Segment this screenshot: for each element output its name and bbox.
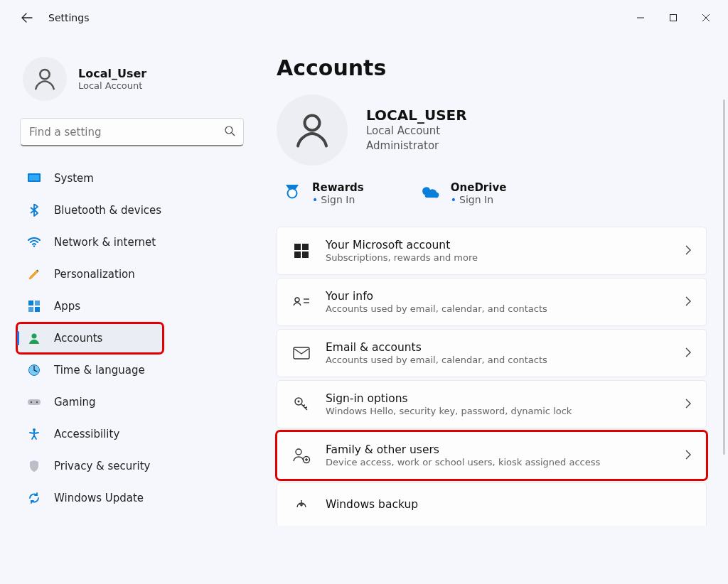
card-subtitle: Windows Hello, security key, password, d…	[326, 406, 670, 416]
svg-rect-1	[670, 15, 677, 21]
settings-cards: Your Microsoft account Subscriptions, re…	[277, 227, 707, 526]
card-signin-options[interactable]: Sign-in options Windows Hello, security …	[277, 380, 707, 428]
close-button[interactable]	[690, 6, 722, 29]
onedrive-action: •Sign In	[451, 194, 507, 205]
sidebar-item-label: Windows Update	[54, 492, 144, 504]
card-subtitle: Device access, work or school users, kio…	[326, 457, 670, 467]
sidebar-item-label: Bluetooth & devices	[54, 204, 161, 217]
svg-rect-10	[28, 307, 33, 312]
card-microsoft-account[interactable]: Your Microsoft account Subscriptions, re…	[277, 227, 707, 275]
status-row: Rewards •Sign In OneDrive •Sign In	[277, 181, 707, 205]
svg-rect-14	[28, 399, 41, 405]
card-title: Windows backup	[326, 498, 692, 511]
svg-rect-23	[302, 252, 309, 258]
card-title: Email & accounts	[326, 341, 670, 354]
wifi-icon	[27, 235, 41, 249]
card-title: Family & other users	[326, 443, 670, 456]
svg-point-12	[32, 334, 37, 339]
profile-block[interactable]: Local_User Local Account	[14, 57, 252, 101]
contact-card-icon	[291, 292, 311, 312]
card-windows-backup[interactable]: Windows backup	[277, 482, 707, 526]
sidebar-item-bluetooth[interactable]: Bluetooth & devices	[17, 195, 245, 225]
card-family-other-users[interactable]: Family & other users Device access, work…	[277, 431, 707, 480]
globe-clock-icon	[27, 363, 41, 377]
chevron-right-icon	[685, 296, 692, 309]
svg-rect-20	[294, 244, 301, 250]
sidebar-item-gaming[interactable]: Gaming	[17, 387, 245, 417]
rewards-action: •Sign In	[312, 194, 364, 205]
search-input[interactable]	[20, 118, 244, 146]
rewards-title: Rewards	[312, 181, 364, 194]
profile-name: Local_User	[78, 67, 146, 80]
sidebar-item-label: Accounts	[54, 332, 102, 345]
user-name: LOCAL_USER	[366, 107, 467, 124]
svg-point-24	[295, 298, 299, 302]
sidebar-item-update[interactable]: Windows Update	[17, 483, 245, 513]
avatar	[23, 57, 67, 101]
accessibility-icon	[27, 427, 41, 441]
sidebar-item-privacy[interactable]: Privacy & security	[17, 451, 245, 481]
rewards-icon	[282, 181, 302, 201]
bluetooth-icon	[27, 203, 41, 217]
person-icon	[31, 65, 58, 92]
sidebar-item-time[interactable]: Time & language	[17, 355, 245, 385]
user-role: Administrator	[366, 139, 467, 153]
chevron-right-icon	[685, 347, 692, 360]
card-title: Sign-in options	[326, 392, 670, 405]
chevron-right-icon	[685, 244, 692, 258]
svg-point-2	[40, 70, 49, 79]
key-icon	[291, 394, 311, 414]
paintbrush-icon	[27, 267, 41, 281]
mail-icon	[291, 343, 311, 363]
window-controls	[624, 6, 722, 29]
maximize-button[interactable]	[657, 6, 690, 29]
sidebar-item-label: Accessibility	[54, 428, 119, 440]
avatar-large	[277, 94, 348, 166]
card-email-accounts[interactable]: Email & accounts Accounts used by email,…	[277, 329, 707, 377]
sidebar-item-network[interactable]: Network & internet	[17, 227, 245, 257]
arrow-left-icon	[21, 12, 33, 23]
card-your-info[interactable]: Your info Accounts used by email, calend…	[277, 278, 707, 326]
sidebar-item-system[interactable]: System	[17, 163, 245, 193]
scrollbar-thumb[interactable]	[723, 99, 725, 455]
sidebar-item-label: Time & language	[54, 364, 145, 377]
svg-rect-6	[29, 175, 39, 180]
apps-icon	[27, 299, 41, 313]
onedrive-title: OneDrive	[451, 181, 507, 194]
svg-point-29	[298, 401, 300, 403]
back-button[interactable]	[16, 6, 38, 29]
gamepad-icon	[27, 395, 41, 409]
svg-point-30	[296, 449, 301, 455]
sidebar-item-label: Gaming	[54, 396, 96, 409]
sidebar-item-personalization[interactable]: Personalization	[17, 259, 245, 289]
chevron-right-icon	[685, 449, 692, 463]
microsoft-icon	[291, 241, 311, 261]
chevron-right-icon	[685, 398, 692, 411]
svg-rect-8	[28, 301, 33, 305]
sidebar-item-label: Apps	[54, 300, 80, 313]
sidebar-item-label: Network & internet	[54, 236, 156, 249]
sidebar-item-apps[interactable]: Apps	[17, 291, 245, 321]
svg-point-7	[33, 245, 36, 247]
user-account-type: Local Account	[366, 124, 467, 139]
minimize-button[interactable]	[624, 6, 657, 29]
svg-rect-11	[35, 307, 40, 312]
search-icon	[224, 125, 235, 139]
sidebar-item-accounts[interactable]: Accounts	[17, 323, 163, 353]
sidebar-item-label: Personalization	[54, 268, 135, 281]
card-title: Your info	[326, 290, 670, 303]
nav-list: System Bluetooth & devices Network & int…	[14, 163, 252, 513]
profile-subtitle: Local Account	[78, 80, 146, 91]
card-title: Your Microsoft account	[326, 239, 670, 252]
search-container	[20, 118, 244, 146]
svg-point-3	[225, 126, 232, 134]
sidebar-item-accessibility[interactable]: Accessibility	[17, 419, 245, 449]
svg-point-16	[36, 401, 38, 403]
rewards-status[interactable]: Rewards •Sign In	[282, 181, 364, 205]
card-subtitle: Accounts used by email, calendar, and co…	[326, 303, 670, 314]
backup-icon	[291, 494, 311, 514]
scrollbar[interactable]	[723, 99, 725, 580]
onedrive-status[interactable]: OneDrive •Sign In	[421, 181, 507, 205]
shield-icon	[27, 459, 41, 473]
svg-point-18	[305, 116, 320, 131]
